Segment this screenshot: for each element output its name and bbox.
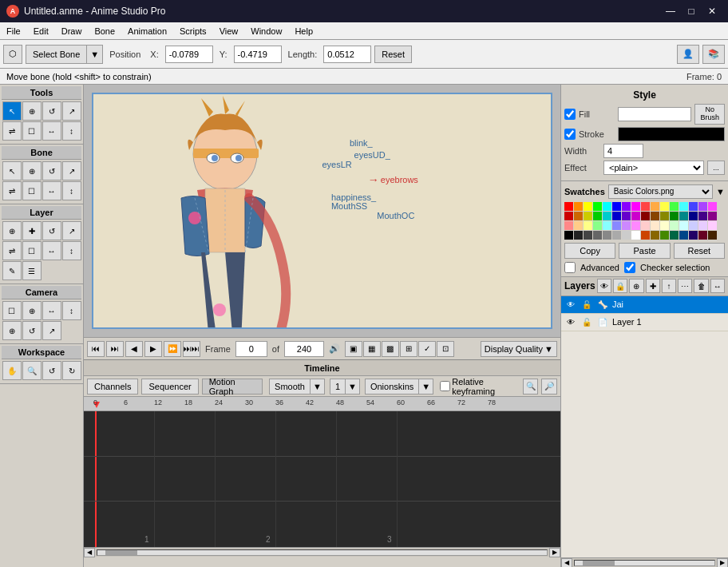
tool-transform[interactable]: ↗: [62, 101, 81, 121]
color-cell-60[interactable]: [679, 231, 688, 240]
ws-tool-4[interactable]: ↻: [62, 361, 81, 380]
layer-row-layer1[interactable]: 👁 🔓 📄 Layer 1: [561, 314, 728, 331]
bone-tool-4[interactable]: ↗: [62, 161, 81, 180]
layer-delete-button[interactable]: 🗑: [694, 279, 708, 293]
layer-tool-4[interactable]: ↗: [62, 221, 81, 240]
color-cell-23[interactable]: [631, 212, 640, 220]
cam-tool-5[interactable]: ⊕: [2, 321, 22, 340]
minimize-button[interactable]: —: [661, 3, 680, 19]
color-cell-25[interactable]: [651, 212, 659, 220]
right-scroll-left-button[interactable]: ◀: [561, 558, 572, 568]
layer-tool-7[interactable]: ↔: [42, 241, 61, 260]
color-cell-22[interactable]: [622, 212, 631, 220]
bone-tool-6[interactable]: ☐: [22, 181, 42, 200]
tab-channels[interactable]: Channels: [87, 379, 138, 395]
tool-icon-button[interactable]: ⬡: [3, 45, 22, 64]
tool-rotate[interactable]: ↺: [42, 101, 61, 121]
color-cell-18[interactable]: [584, 212, 592, 220]
relative-keyframe-checkbox[interactable]: [440, 381, 450, 391]
layer-tool-1[interactable]: ⊕: [2, 221, 22, 240]
reset-button[interactable]: Reset: [374, 46, 412, 63]
color-cell-50[interactable]: [584, 231, 592, 240]
layer-add-button[interactable]: ⊕: [629, 279, 643, 293]
close-button[interactable]: ✕: [702, 3, 722, 19]
icon-1[interactable]: ▣: [345, 341, 362, 357]
color-cell-39[interactable]: [631, 221, 640, 230]
select-bone-dropdown[interactable]: Select Bone ▼: [26, 45, 103, 64]
no-brush-button[interactable]: NoBrush: [694, 104, 725, 125]
layer-tool-10[interactable]: ☰: [22, 261, 42, 280]
onionskins-dropdown[interactable]: Onionskins ▼: [365, 379, 433, 395]
menu-item-help[interactable]: Help: [288, 22, 319, 39]
color-cell-45[interactable]: [689, 221, 698, 230]
color-cell-38[interactable]: [622, 221, 631, 230]
stroke-checkbox[interactable]: [564, 129, 576, 140]
cam-tool-7[interactable]: ↗: [42, 321, 61, 340]
color-cell-19[interactable]: [593, 212, 602, 220]
color-cell-3[interactable]: [593, 202, 602, 211]
library-button[interactable]: 📚: [702, 45, 725, 64]
layer-duplicate-button[interactable]: ✚: [646, 279, 660, 293]
color-cell-61[interactable]: [689, 231, 698, 240]
interpolation-dropdown[interactable]: 1 ▼: [330, 379, 360, 395]
color-cell-36[interactable]: [603, 221, 611, 230]
layer-lock-button[interactable]: 🔒: [613, 279, 627, 293]
color-cell-34[interactable]: [584, 221, 592, 230]
color-cell-4[interactable]: [603, 202, 611, 211]
advanced-checkbox[interactable]: [564, 262, 576, 273]
layer-tool-5[interactable]: ⇌: [2, 241, 22, 260]
frame-input[interactable]: [235, 341, 267, 357]
cam-tool-2[interactable]: ⊕: [22, 301, 42, 320]
color-cell-58[interactable]: [660, 231, 669, 240]
bone-tool-1[interactable]: ↖: [2, 161, 22, 180]
color-cell-24[interactable]: [641, 212, 650, 220]
length-input[interactable]: [323, 46, 371, 63]
color-cell-20[interactable]: [603, 212, 611, 220]
cam-tool-3[interactable]: ↔: [42, 301, 61, 320]
icon-2[interactable]: ▦: [363, 341, 381, 357]
layer-up-button[interactable]: ↑: [662, 279, 676, 293]
tool-box[interactable]: ☐: [22, 121, 42, 141]
layer-visibility-button[interactable]: 👁: [597, 279, 611, 293]
cam-tool-4[interactable]: ↕: [62, 301, 81, 320]
tool-select[interactable]: ↖: [2, 101, 22, 121]
fill-color-swatch[interactable]: [618, 107, 691, 121]
color-cell-44[interactable]: [679, 221, 688, 230]
color-cell-27[interactable]: [670, 212, 679, 220]
layer-tool-8[interactable]: ↕: [62, 241, 81, 260]
stroke-color-swatch[interactable]: [618, 127, 725, 141]
menu-item-scripts[interactable]: Scripts: [173, 22, 213, 39]
color-cell-1[interactable]: [574, 202, 583, 211]
scroll-left-button[interactable]: ◀: [84, 548, 95, 557]
icon-4[interactable]: ⊞: [400, 341, 417, 357]
cam-tool-1[interactable]: ☐: [2, 301, 22, 320]
tool-flip[interactable]: ⇌: [2, 121, 22, 141]
layer-tool-3[interactable]: ↺: [42, 221, 61, 240]
color-cell-2[interactable]: [584, 202, 592, 211]
color-cell-52[interactable]: [603, 231, 611, 240]
profile-button[interactable]: 👤: [677, 45, 699, 64]
layer-tool-9[interactable]: ✎: [2, 261, 22, 280]
bone-tool-5[interactable]: ⇌: [2, 181, 22, 200]
scroll-track[interactable]: [97, 549, 548, 556]
paste-button[interactable]: Paste: [619, 243, 670, 259]
timeline-zoom-out[interactable]: 🔎: [541, 379, 557, 395]
prev-frame-button[interactable]: ⏭: [106, 341, 124, 357]
layer-row-jai[interactable]: 👁 🔓 🦴 Jai: [561, 296, 728, 314]
bone-tool-3[interactable]: ↺: [42, 161, 61, 180]
display-quality-button[interactable]: Display Quality ▼: [481, 341, 557, 357]
color-cell-59[interactable]: [670, 231, 679, 240]
total-frames-input[interactable]: [284, 341, 324, 357]
color-cell-28[interactable]: [679, 212, 688, 220]
ws-tool-3[interactable]: ↺: [42, 361, 61, 380]
ws-tool-2[interactable]: 🔍: [22, 361, 42, 380]
layer-more-button[interactable]: ⋯: [678, 279, 692, 293]
color-cell-12[interactable]: [679, 202, 688, 211]
color-cell-46[interactable]: [698, 221, 707, 230]
layer-settings-button[interactable]: ↔: [710, 279, 725, 293]
bone-tool-2[interactable]: ⊕: [22, 161, 42, 180]
icon-3[interactable]: ▩: [382, 341, 399, 357]
color-cell-13[interactable]: [689, 202, 698, 211]
copy-button[interactable]: Copy: [564, 243, 615, 259]
right-scroll-track[interactable]: [574, 560, 715, 566]
